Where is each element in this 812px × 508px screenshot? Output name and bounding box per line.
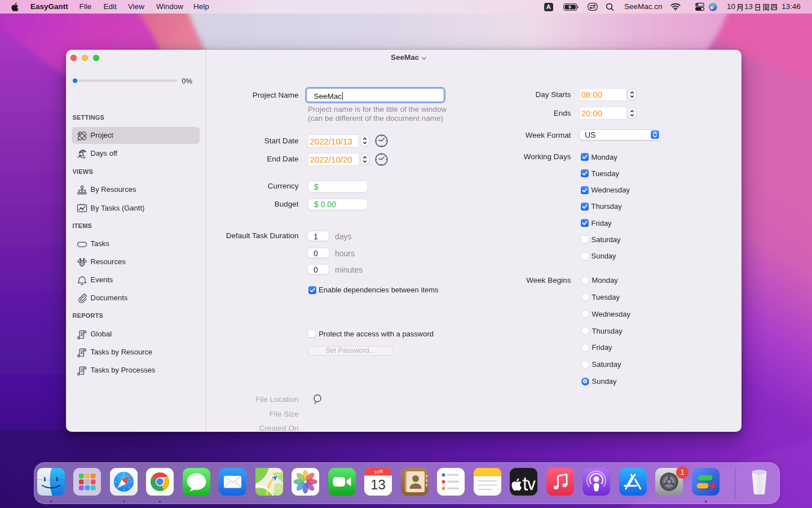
svg-text:10: 10 xyxy=(374,470,379,475)
svg-text:13: 13 xyxy=(370,477,386,492)
